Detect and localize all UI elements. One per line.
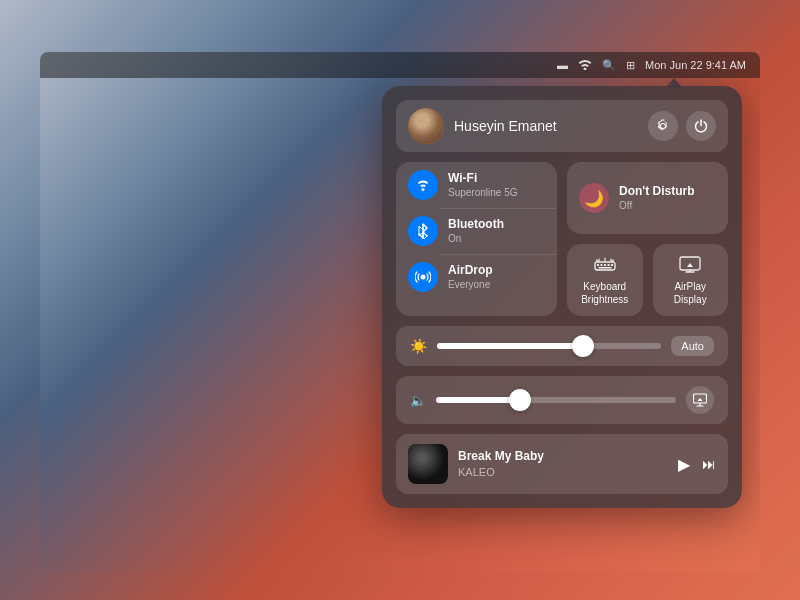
now-playing-row: Break My Baby KALEO ▶ ⏭: [396, 434, 728, 494]
wifi-icon: [578, 59, 592, 72]
airdrop-sublabel: Everyone: [448, 278, 493, 291]
airplay-display-label: AirPlayDisplay: [674, 280, 707, 306]
svg-rect-3: [600, 264, 602, 266]
auto-brightness-button[interactable]: Auto: [671, 336, 714, 356]
brightness-thumb[interactable]: [572, 335, 594, 357]
keyboard-brightness-control[interactable]: KeyboardBrightness: [567, 244, 643, 316]
volume-slider-row: 🔈: [396, 376, 728, 424]
airdrop-icon: [408, 262, 438, 292]
svg-rect-5: [607, 264, 609, 266]
svg-rect-6: [611, 264, 613, 266]
airdrop-text: AirDrop Everyone: [448, 263, 493, 292]
power-button[interactable]: [686, 111, 716, 141]
svg-line-12: [612, 260, 614, 261]
battery-icon: ▬: [557, 59, 568, 71]
user-info: Huseyin Emanet: [408, 108, 648, 144]
svg-line-11: [596, 260, 598, 261]
album-art: [408, 444, 448, 484]
keyboard-brightness-icon: [594, 255, 616, 276]
bluetooth-control[interactable]: Bluetooth On: [396, 208, 557, 254]
svg-rect-7: [598, 267, 611, 269]
playback-controls: ▶ ⏭: [678, 455, 716, 474]
wifi-sublabel: Superonline 5G: [448, 186, 518, 199]
brightness-fill: [437, 343, 583, 349]
fast-forward-button[interactable]: ⏭: [702, 456, 716, 472]
avatar: [408, 108, 444, 144]
dont-disturb-label: Don't Disturb: [619, 184, 695, 200]
controls-grid: Wi-Fi Superonline 5G Bluetooth On: [396, 162, 728, 316]
volume-thumb[interactable]: [509, 389, 531, 411]
screen: ▬ 🔍 ⊞ Mon Jun 22 9:41 AM Huseyin Emanet: [40, 52, 760, 572]
airplay-display-icon: [679, 255, 701, 276]
svg-point-0: [421, 275, 426, 280]
wifi-text: Wi-Fi Superonline 5G: [448, 171, 518, 200]
bottom-right-controls: KeyboardBrightness AirPlayDispl: [567, 244, 728, 316]
wifi-label: Wi-Fi: [448, 171, 518, 187]
menubar-datetime: Mon Jun 22 9:41 AM: [645, 59, 746, 71]
control-center-icon[interactable]: ⊞: [626, 59, 635, 72]
keyboard-brightness-label: KeyboardBrightness: [581, 280, 628, 306]
dont-disturb-sublabel: Off: [619, 199, 695, 212]
volume-track[interactable]: [436, 397, 676, 403]
dont-disturb-icon: 🌙: [579, 183, 609, 213]
bluetooth-icon: [408, 216, 438, 246]
wifi-control[interactable]: Wi-Fi Superonline 5G: [396, 162, 557, 208]
dont-disturb-control[interactable]: 🌙 Don't Disturb Off: [567, 162, 728, 234]
track-artist: KALEO: [458, 465, 668, 479]
bluetooth-label: Bluetooth: [448, 217, 504, 233]
airplay-audio-button[interactable]: [686, 386, 714, 414]
search-icon[interactable]: 🔍: [602, 59, 616, 72]
svg-rect-2: [597, 264, 599, 266]
dont-disturb-text: Don't Disturb Off: [619, 184, 695, 213]
control-center-panel: Huseyin Emanet: [382, 86, 742, 508]
airplay-display-control[interactable]: AirPlayDisplay: [653, 244, 729, 316]
user-name: Huseyin Emanet: [454, 118, 557, 134]
brightness-track[interactable]: [437, 343, 661, 349]
track-title: Break My Baby: [458, 448, 668, 465]
track-info: Break My Baby KALEO: [458, 448, 668, 479]
album-art-image: [408, 444, 448, 484]
user-actions: [648, 111, 716, 141]
brightness-slider-row: ☀️ Auto: [396, 326, 728, 366]
bluetooth-sublabel: On: [448, 232, 504, 245]
user-row: Huseyin Emanet: [396, 100, 728, 152]
svg-rect-4: [604, 264, 606, 266]
wifi-control-icon: [408, 170, 438, 200]
play-button[interactable]: ▶: [678, 455, 690, 474]
airdrop-control[interactable]: AirDrop Everyone: [396, 254, 557, 300]
settings-button[interactable]: [648, 111, 678, 141]
volume-fill: [436, 397, 520, 403]
menubar: ▬ 🔍 ⊞ Mon Jun 22 9:41 AM: [40, 52, 760, 78]
brightness-icon: ☀️: [410, 338, 427, 354]
airdrop-label: AirDrop: [448, 263, 493, 279]
volume-icon: 🔈: [410, 393, 426, 408]
right-controls: 🌙 Don't Disturb Off: [567, 162, 728, 316]
network-controls: Wi-Fi Superonline 5G Bluetooth On: [396, 162, 557, 316]
bluetooth-text: Bluetooth On: [448, 217, 504, 246]
